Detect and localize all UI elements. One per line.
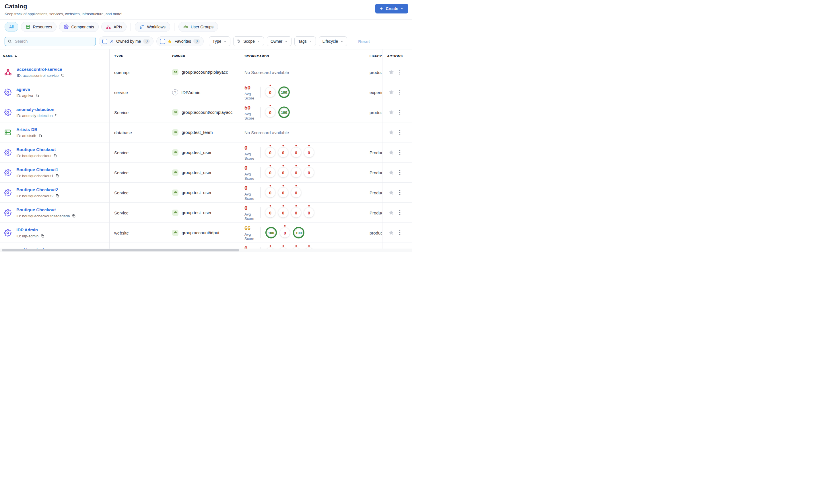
favorite-star-icon[interactable] [388,109,394,115]
owner-name[interactable]: group:account/plplayacc [182,70,228,75]
entity-name-link[interactable]: Boutique Checkout2 [16,187,58,192]
owner-dropdown[interactable]: Owner [267,36,292,46]
type-cell: Service [114,170,128,175]
scorecard-badge[interactable]: 0 [280,228,290,238]
entity-name-link[interactable]: Artists DB [16,127,37,132]
owner-name[interactable]: group:account/ccmplayacc [182,110,233,115]
tab-resources[interactable]: Resources [21,22,57,32]
search-box[interactable] [5,37,96,46]
scorecard-badge[interactable]: 100 [266,227,277,239]
kebab-menu-icon[interactable] [399,189,401,196]
favorite-star-icon[interactable] [388,210,394,216]
entity-name-link[interactable]: IDP Admin [16,227,38,232]
scorecard-badge[interactable]: 0 [291,148,301,157]
favorite-star-icon[interactable] [388,69,394,75]
alert-dot [308,145,310,146]
tab-user-groups[interactable]: User Groups [179,22,218,32]
copy-icon[interactable] [38,134,42,138]
entity-name-link[interactable]: Boutique Checkout [16,147,56,152]
scope-dropdown[interactable]: Scope [233,36,264,46]
copy-icon[interactable] [56,194,60,198]
kebab-menu-icon[interactable] [399,89,401,96]
tab-all[interactable]: All [5,22,18,32]
copy-icon[interactable] [35,94,39,98]
kebab-menu-icon[interactable] [399,69,401,76]
scorecard-badge[interactable]: 0 [304,168,314,177]
owner-name[interactable]: IDPAdmin [181,90,200,95]
horizontal-scrollbar-thumb[interactable] [2,249,239,251]
table-row[interactable]: IDP Admin ID: idp-admin website group:ac… [0,223,412,243]
kebab-menu-icon[interactable] [399,129,401,136]
scorecard-badge[interactable]: 0 [291,188,301,198]
kebab-menu-icon[interactable] [399,109,401,116]
copy-icon[interactable] [54,154,58,158]
scorecard-badge[interactable]: 0 [291,208,301,218]
scorecard-badge[interactable]: 0 [278,188,288,198]
favorite-star-icon[interactable] [388,149,394,155]
search-input[interactable] [14,39,93,44]
owner-name[interactable]: group:test_user [182,190,211,195]
column-header-name[interactable]: NAME [3,50,17,62]
owner-name[interactable]: group:test_user [182,170,211,175]
table-row[interactable]: anomaly-detection ID: anomaly-detection … [0,102,412,122]
scorecard-badge[interactable]: 0 [266,108,275,117]
owner-name[interactable]: group:account/idpui [182,230,219,235]
table-row[interactable]: Boutique Checkout2 ID: boutiquecheckout2… [0,182,412,203]
group-icon [172,190,179,196]
kebab-menu-icon[interactable] [399,149,401,156]
table-row[interactable]: Boutique Checkout1 ID: boutiquecheckout1… [0,162,412,182]
scorecard-badge[interactable]: 0 [291,168,301,177]
table-row[interactable]: Boutique Checkout ID: boutiquecheckout S… [0,142,412,162]
table-row[interactable]: agniva ID: agniva service IDPAdmin 50 Av… [0,82,412,102]
owned-by-me-filter[interactable]: Owned by me 0 [99,36,153,46]
copy-icon[interactable] [55,114,59,118]
table-row[interactable]: accesscontrol-service ID: accesscontrol-… [0,62,412,82]
owner-name[interactable]: group:test_user [182,150,211,155]
kebab-menu-icon[interactable] [399,229,401,236]
favorite-star-icon[interactable] [388,89,394,95]
tags-dropdown[interactable]: Tags [294,36,316,46]
owner-name[interactable]: group:test_team [182,130,213,135]
table-row[interactable]: Boutique Checkout ID: boutiquecheckoutds… [0,203,412,223]
copy-icon[interactable] [72,214,76,218]
lifecycle-dropdown[interactable]: Lifecycle [319,36,347,46]
kebab-menu-icon[interactable] [399,169,401,176]
scorecard-badge[interactable]: 0 [266,148,275,157]
favorite-star-icon[interactable] [388,230,394,236]
tab-components[interactable]: Components [59,22,98,32]
scorecard-badge[interactable]: 0 [278,148,288,157]
create-button[interactable]: Create [375,4,408,13]
scorecard-badge[interactable]: 0 [266,208,275,218]
scorecard-badge[interactable]: 0 [278,168,288,177]
scorecard-badge[interactable]: 0 [304,148,314,157]
scorecard-badge[interactable]: 100 [278,107,290,118]
copy-icon[interactable] [40,234,44,238]
favorite-star-icon[interactable] [388,169,394,175]
kebab-menu-icon[interactable] [399,209,401,216]
tab-apis[interactable]: APIs [101,22,127,32]
scorecard-badge[interactable]: 0 [278,208,288,218]
scorecard-badge[interactable]: 0 [304,208,314,218]
favorite-star-icon[interactable] [388,129,394,135]
owner-name[interactable]: group:test_user [182,210,211,215]
scorecard-badge[interactable]: 0 [266,188,275,198]
copy-icon[interactable] [61,74,65,78]
favorites-checkbox[interactable] [160,39,165,44]
tab-workflows[interactable]: Workflows [135,22,170,32]
entity-name-link[interactable]: Boutique Checkout [16,207,56,212]
scorecard-badge[interactable]: 100 [293,227,304,239]
favorite-star-icon[interactable] [388,190,394,196]
reset-button[interactable]: Reset [358,39,370,44]
owned-by-me-checkbox[interactable] [102,39,107,44]
copy-icon[interactable] [56,174,60,178]
scorecard-badge[interactable]: 0 [266,168,275,177]
entity-name-link[interactable]: Boutique Checkout1 [16,167,58,172]
entity-name-link[interactable]: agniva [16,87,30,92]
entity-name-link[interactable]: anomaly-detection [16,107,55,112]
entity-name-link[interactable]: accesscontrol-service [17,67,62,72]
type-dropdown[interactable]: Type [209,36,230,46]
table-row[interactable]: Artists DB ID: artistsdb database group:… [0,122,412,142]
scorecard-badge[interactable]: 0 [266,88,275,97]
favorites-filter[interactable]: Favorites 0 [157,36,204,46]
scorecard-badge[interactable]: 100 [278,87,290,98]
